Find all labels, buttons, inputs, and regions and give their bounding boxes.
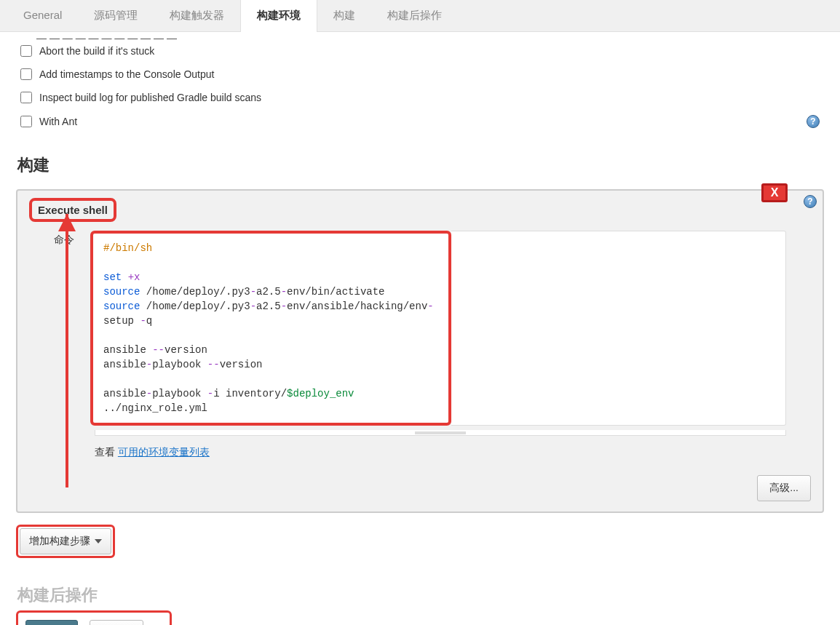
option-abort-stuck: Abort the build if it's stuck	[16, 39, 824, 63]
env-vars-link[interactable]: 可用的环境变量列表	[118, 446, 210, 458]
build-step-title: Execute shell	[29, 198, 116, 222]
checkbox-timestamps[interactable]	[20, 68, 32, 80]
tab-bar: General 源码管理 构建触发器 构建环境 构建 构建后操作	[0, 0, 840, 32]
section-title-post-build: 构建后操作	[17, 584, 824, 606]
tab-post-build[interactable]: 构建后操作	[371, 0, 458, 31]
tab-scm[interactable]: 源码管理	[78, 0, 154, 31]
advanced-button[interactable]: 高级...	[757, 475, 811, 501]
checkbox-with-ant[interactable]	[20, 116, 32, 127]
label-with-ant: With Ant	[39, 116, 77, 127]
checkbox-gradle-scan[interactable]	[20, 92, 32, 103]
tab-build[interactable]: 构建	[317, 0, 371, 31]
shell-command-textarea[interactable]: #/bin/sh set +x source /home/deploy/.py3…	[90, 231, 451, 426]
tab-general[interactable]: General	[7, 0, 78, 31]
footer-buttons: 保存 应用	[16, 610, 172, 625]
option-gradle-scan: Inspect build log for published Gradle b…	[16, 86, 824, 109]
apply-button[interactable]: 应用	[90, 620, 143, 625]
chevron-down-icon	[95, 539, 102, 544]
textarea-remainder[interactable]	[451, 231, 787, 426]
label-abort-stuck: Abort the build if it's stuck	[39, 45, 154, 57]
option-with-ant: With Ant ?	[16, 109, 824, 134]
add-build-step-dropdown[interactable]: 增加构建步骤	[20, 528, 111, 554]
delete-step-button[interactable]: X	[761, 183, 788, 202]
tab-build-env[interactable]: 构建环境	[240, 0, 317, 32]
command-label: 命令	[54, 231, 83, 426]
checkbox-abort-stuck[interactable]	[20, 45, 32, 57]
label-gradle-scan: Inspect build log for published Gradle b…	[39, 92, 261, 103]
tab-triggers[interactable]: 构建触发器	[154, 0, 240, 31]
section-title-build: 构建	[17, 154, 824, 176]
cutoff-option-row: — — — — — — — — — — —	[16, 32, 824, 39]
option-timestamps: Add timestamps to the Console Output	[16, 63, 824, 86]
env-vars-hint: 查看 可用的环境变量列表	[95, 446, 815, 459]
help-icon[interactable]: ?	[804, 195, 817, 208]
build-step-execute-shell: X ? Execute shell 命令 #/bin/sh set +x sou…	[16, 189, 824, 513]
label-timestamps: Add timestamps to the Console Output	[39, 68, 214, 80]
help-icon[interactable]: ?	[807, 115, 820, 128]
save-button[interactable]: 保存	[25, 620, 78, 625]
textarea-resize-handle[interactable]	[95, 430, 786, 436]
